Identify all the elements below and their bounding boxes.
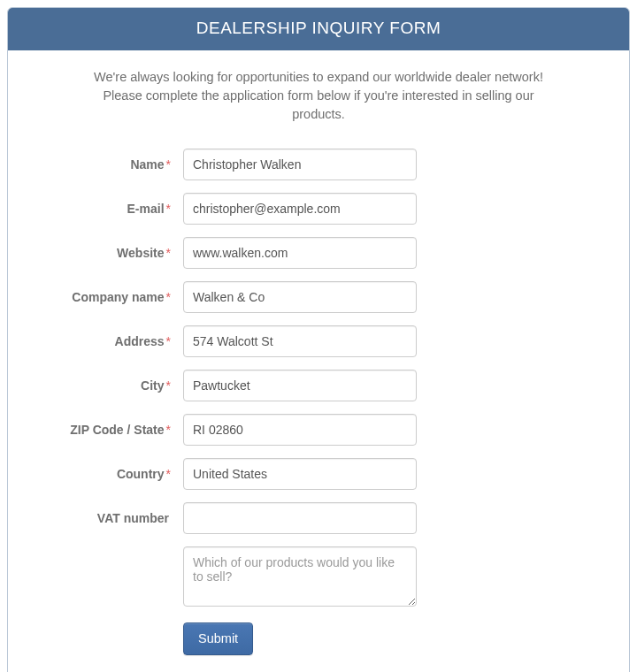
row-submit: Submit [43, 622, 594, 655]
row-message [43, 546, 594, 610]
label-vat: VAT number [43, 502, 183, 525]
intro-text: We're always looking for opportunities t… [8, 50, 629, 133]
required-mark: * [166, 290, 171, 304]
zip-input[interactable] [183, 414, 417, 446]
required-mark: * [166, 423, 171, 437]
required-mark: * [166, 246, 171, 260]
label-name: Name* [43, 149, 183, 172]
name-input[interactable] [183, 149, 417, 180]
submit-button[interactable]: Submit [183, 622, 253, 655]
required-mark: * [166, 157, 171, 172]
row-company: Company name* [43, 281, 594, 313]
required-mark: * [166, 202, 171, 216]
label-country: Country* [43, 458, 183, 481]
row-city: City* [43, 370, 594, 401]
form-title: DEALERSHIP INQUIRY FORM [8, 8, 629, 50]
city-input[interactable] [183, 370, 417, 401]
row-address: Address* [43, 325, 594, 357]
form-body: Name* E-mail* Website* Company name* Add… [8, 133, 629, 672]
row-website: Website* [43, 237, 594, 269]
row-zip: ZIP Code / State* [43, 414, 594, 446]
label-address: Address* [43, 325, 183, 348]
form-card: DEALERSHIP INQUIRY FORM We're always loo… [7, 7, 630, 672]
required-mark: * [166, 378, 171, 393]
row-email: E-mail* [43, 193, 594, 225]
required-mark: * [166, 334, 171, 348]
required-mark: * [166, 467, 171, 481]
row-vat: VAT number [43, 502, 594, 534]
label-zip: ZIP Code / State* [43, 414, 183, 437]
row-country: Country* [43, 458, 594, 490]
label-email: E-mail* [43, 193, 183, 216]
label-company: Company name* [43, 281, 183, 304]
country-input[interactable] [183, 458, 417, 490]
company-input[interactable] [183, 281, 417, 313]
label-website: Website* [43, 237, 183, 260]
website-input[interactable] [183, 237, 417, 269]
email-input[interactable] [183, 193, 417, 225]
address-input[interactable] [183, 325, 417, 357]
row-name: Name* [43, 149, 594, 180]
vat-input[interactable] [183, 502, 417, 534]
message-textarea[interactable] [183, 546, 417, 607]
label-city: City* [43, 370, 183, 393]
